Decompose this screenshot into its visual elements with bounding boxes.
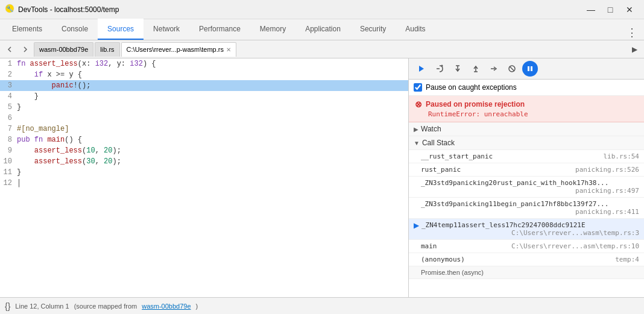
file-tab-wasm[interactable]: wasm-00bbd79e <box>34 42 93 57</box>
window-title: DevTools - localhost:5000/temp <box>18 5 119 14</box>
stack-entry-6[interactable]: (anonymous) temp:4 <box>409 253 644 266</box>
tab-security[interactable]: Security <box>350 19 396 40</box>
right-panel: Pause on caught exceptions ⊗ Paused on p… <box>409 58 644 297</box>
file-tab-librs[interactable]: lib.rs <box>95 42 119 57</box>
code-panel: 1 fn assert_less(x: i32, y: i32) { 2 if … <box>0 58 409 297</box>
error-icon: ⊗ <box>415 99 422 109</box>
deactivate-breakpoints-button[interactable] <box>504 61 520 77</box>
promise-async-label: Promise.then (async) <box>421 269 484 276</box>
code-line-2: 2 if x >= y { <box>0 69 408 80</box>
file-nav-right[interactable]: ▶ <box>627 42 642 57</box>
status-bar: {} Line 12, Column 1 (source mapped from… <box>0 297 644 314</box>
tab-network[interactable]: Network <box>144 19 189 40</box>
debug-toolbar <box>409 58 644 80</box>
stack-entry-1[interactable]: rust_panic panicking.rs:526 <box>409 163 644 177</box>
code-line-12: 12 │ <box>0 178 408 189</box>
source-link[interactable]: wasm-00bbd79e <box>142 303 191 310</box>
callstack-section-header[interactable]: ▼ Call Stack <box>409 136 644 150</box>
more-menu-button[interactable]: ⋮ <box>625 25 639 40</box>
resume-button[interactable] <box>414 61 429 77</box>
tab-audits[interactable]: Audits <box>396 19 435 40</box>
minimize-button[interactable]: — <box>581 0 601 19</box>
code-editor[interactable]: 1 fn assert_less(x: i32, y: i32) { 2 if … <box>0 58 408 297</box>
maximize-button[interactable]: □ <box>601 0 620 19</box>
sources-file-bar: wasm-00bbd79e lib.rs C:\Users\rrever...p… <box>0 40 644 58</box>
step-into-button[interactable] <box>450 61 466 77</box>
tab-sources[interactable]: Sources <box>98 19 144 40</box>
tab-elements[interactable]: Elements <box>2 19 52 40</box>
tab-memory[interactable]: Memory <box>250 19 295 40</box>
svg-text:🔧: 🔧 <box>6 5 14 13</box>
error-detail-text: RuntimeError: unreachable <box>415 110 638 118</box>
promise-async-row: Promise.then (async) <box>409 266 644 279</box>
code-line-4: 4 } <box>0 91 408 102</box>
tab-application[interactable]: Application <box>295 19 350 40</box>
stack-entry-0[interactable]: __rust_start_panic lib.rs:54 <box>409 150 644 163</box>
error-title-text: Paused on promise rejection <box>426 100 525 108</box>
tab-console[interactable]: Console <box>52 19 98 40</box>
pause-button[interactable] <box>522 61 538 77</box>
code-line-5: 5 } <box>0 102 408 113</box>
callstack-label: Call Stack <box>422 139 455 147</box>
code-line-7: 7 #[no_mangle] <box>0 124 408 134</box>
source-map-end: ) <box>196 303 198 310</box>
code-line-10: 10 assert_less(30, 20); <box>0 156 408 167</box>
pause-on-caught-checkbox[interactable] <box>414 83 422 92</box>
code-line-6: 6 <box>0 113 408 124</box>
file-tab-wasm-label: wasm-00bbd79e <box>39 46 88 53</box>
current-frame-arrow: ▶ <box>414 221 419 230</box>
main-area: 1 fn assert_less(x: i32, y: i32) { 2 if … <box>0 58 644 297</box>
forward-button[interactable] <box>18 42 33 57</box>
svg-rect-10 <box>528 66 529 71</box>
stack-entry-5[interactable]: main C:\Users\rrever...asm\temp.rs:10 <box>409 240 644 253</box>
file-tab-temprs-label: C:\Users\rrever...p-wasm\temp.rs <box>127 46 224 53</box>
callstack-chevron: ▼ <box>414 140 420 146</box>
code-line-9: 9 assert_less(10, 20); <box>0 145 408 156</box>
code-line-1: 1 fn assert_less(x: i32, y: i32) { <box>0 58 408 69</box>
tab-performance[interactable]: Performance <box>189 19 250 40</box>
code-line-3: 3 panic!(); <box>0 80 408 91</box>
watch-label: Watch <box>421 125 441 133</box>
source-map-text: (source mapped from <box>74 303 137 310</box>
step-out-button[interactable] <box>468 61 484 77</box>
code-line-11: 11 } <box>0 167 408 178</box>
step-over-button[interactable] <box>432 61 447 77</box>
watch-chevron: ▶ <box>414 126 418 133</box>
code-line-8: 8 pub fn main() { <box>0 134 408 145</box>
right-panel-content: Pause on caught exceptions ⊗ Paused on p… <box>409 80 644 297</box>
error-banner: ⊗ Paused on promise rejection RuntimeErr… <box>409 96 644 122</box>
step-button[interactable] <box>486 61 502 77</box>
pause-on-caught-row: Pause on caught exceptions <box>409 80 644 96</box>
close-button[interactable]: ✕ <box>620 0 639 19</box>
back-button[interactable] <box>2 42 17 57</box>
watch-section-header[interactable]: ▶ Watch <box>409 122 644 136</box>
devtools-icon: 🔧 <box>5 4 14 15</box>
svg-line-9 <box>510 66 514 71</box>
file-tab-temprs[interactable]: C:\Users\rrever...p-wasm\temp.rs ✕ <box>121 42 236 57</box>
stack-entry-2[interactable]: _ZN3std9panicking20rust_panic_with_hook1… <box>409 177 644 198</box>
pause-on-caught-label: Pause on caught exceptions <box>426 83 517 92</box>
stack-entry-4[interactable]: ▶ _ZN4temp11assert_less17hc29247008ddc91… <box>409 219 644 240</box>
svg-marker-2 <box>419 66 424 72</box>
stack-entry-3[interactable]: _ZN3std9panicking11begin_panic17hf8bbc13… <box>409 198 644 219</box>
cursor-position: Line 12, Column 1 <box>15 303 69 310</box>
close-tab-icon[interactable]: ✕ <box>226 46 231 53</box>
svg-rect-11 <box>531 66 532 71</box>
devtools-tab-bar: Elements Console Sources Network Perform… <box>0 19 644 40</box>
file-tab-librs-label: lib.rs <box>100 46 114 53</box>
format-button[interactable]: {} <box>5 301 10 311</box>
title-bar: 🔧 DevTools - localhost:5000/temp — □ ✕ <box>0 0 644 19</box>
